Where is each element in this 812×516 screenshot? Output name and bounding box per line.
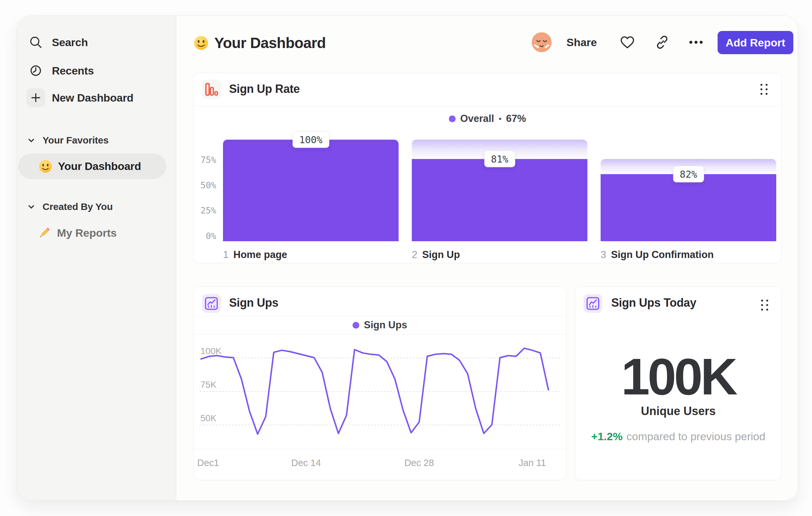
sign-up-rate-card: Sign Up Rate Overall • 67% 75%50%25%0%10…	[193, 73, 782, 263]
funnel-value-tooltip: 82%	[673, 166, 704, 183]
funnel-value-tooltip: 100%	[292, 132, 329, 148]
section-header-created-by-you[interactable]: Created By You	[17, 199, 176, 214]
page-title: Your Dashboard	[214, 34, 326, 52]
funnel-bar[interactable]	[412, 159, 587, 241]
delta-value: +1.2%	[591, 430, 622, 442]
card-title: Sign Ups Today	[611, 296, 696, 309]
smiley-emoji-icon	[194, 35, 208, 50]
sidebar-item-new-dashboard[interactable]: New Dashboard	[17, 83, 176, 113]
metric-value: 100K	[575, 351, 781, 403]
plus-icon	[26, 88, 45, 107]
chevron-down-icon	[28, 137, 35, 144]
funnel-plot: 75%50%25%0%100%1Home page81%2Sign Up82%3…	[194, 73, 781, 263]
pencil-emoji-icon	[38, 226, 51, 240]
line-legend: Sign Ups	[194, 316, 566, 334]
metric-delta-row: +1.2%compared to previous period	[575, 430, 781, 443]
main-content: Your Dashboard Share	[176, 16, 798, 500]
funnel-step-label: 3Sign Up Confirmation	[601, 249, 714, 261]
sidebar-item-label: New Dashboard	[52, 91, 134, 104]
section-title: Created By You	[42, 201, 113, 212]
share-button[interactable]: Share	[567, 32, 597, 52]
legend-dot-icon	[352, 322, 359, 329]
funnel-value-tooltip: 81%	[484, 151, 515, 167]
smiley-emoji-icon	[39, 160, 52, 173]
line-x-tick-label: Jan 11	[518, 458, 546, 468]
sidebar-item-label: Your Dashboard	[58, 160, 141, 172]
funnel-bar[interactable]	[601, 174, 776, 241]
sidebar-item-recents[interactable]: Recents	[17, 57, 176, 84]
drag-handle-icon[interactable]	[759, 298, 770, 312]
line-x-tick-label: Dec1	[197, 458, 219, 468]
funnel-bar[interactable]	[223, 140, 399, 241]
app-window: Search Recents New Dashboard	[17, 16, 798, 501]
card-title: Sign Ups	[229, 296, 279, 309]
line-x-axis: Dec1Dec 14Dec 28Jan 11	[194, 449, 566, 481]
sign-ups-card: Sign Ups Sign Ups 100K75K50K Dec1Dec 14D…	[193, 287, 567, 480]
delta-caption: compared to previous period	[627, 430, 765, 442]
sidebar-item-label: Recents	[52, 64, 94, 77]
line-chart-icon	[202, 294, 221, 313]
funnel-y-tick-label: 50%	[194, 180, 216, 190]
line-chart-icon	[584, 294, 602, 313]
search-icon	[29, 35, 43, 49]
line-x-tick-label: Dec 28	[404, 458, 434, 468]
sidebar-item-label: Search	[52, 36, 88, 49]
sidebar-item-your-dashboard-selected[interactable]: Your Dashboard	[18, 154, 166, 179]
sidebar-item-search[interactable]: Search	[17, 29, 176, 56]
screen: Search Recents New Dashboard	[0, 0, 812, 516]
line-x-tick-label: Dec 14	[291, 458, 321, 468]
section-title: Your Favorites	[42, 135, 109, 146]
copy-link-icon[interactable]	[654, 34, 670, 50]
more-options-ellipsis-icon[interactable]	[688, 34, 704, 50]
sign-ups-today-card: Sign Ups Today 100K Unique Users +1.2%co…	[575, 287, 782, 480]
sidebar-item-my-reports[interactable]: My Reports	[17, 219, 176, 246]
chevron-down-icon	[28, 203, 35, 210]
metric-caption: Unique Users	[575, 404, 781, 418]
sign-ups-line-series	[194, 334, 567, 449]
funnel-y-tick-label: 75%	[194, 155, 216, 165]
recents-clock-icon	[29, 63, 43, 78]
funnel-step-label: 2Sign Up	[412, 249, 460, 261]
add-report-button[interactable]: Add Report	[718, 31, 793, 54]
legend-label: Sign Ups	[364, 319, 407, 331]
line-plot: 100K75K50K	[194, 334, 566, 449]
section-header-your-favorites[interactable]: Your Favorites	[17, 133, 176, 148]
favorite-heart-icon[interactable]	[619, 34, 635, 50]
sidebar-item-label: My Reports	[57, 227, 117, 239]
page-header: Your Dashboard Share	[176, 16, 798, 73]
sidebar: Search Recents New Dashboard	[17, 16, 176, 500]
funnel-step-label: 1Home page	[223, 249, 287, 261]
user-avatar[interactable]	[532, 32, 552, 52]
funnel-y-tick-label: 0%	[194, 231, 216, 241]
funnel-y-tick-label: 25%	[194, 206, 216, 215]
